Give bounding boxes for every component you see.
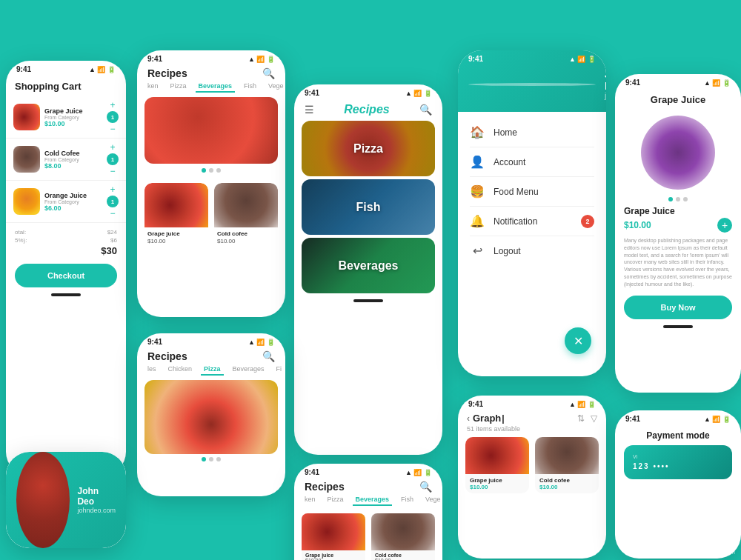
category-fish[interactable]: Fish xyxy=(302,179,435,235)
filter-icon[interactable]: ▽ xyxy=(591,413,597,424)
menu-item-account[interactable]: 👤 Account xyxy=(458,147,606,176)
search-icon[interactable]: 🔍 xyxy=(419,104,432,116)
recipes-title: Recipes xyxy=(147,350,187,362)
menu-items: 🏠 Home 👤 Account 🍔 Food Menu 🔔 Notificat… xyxy=(458,112,606,271)
food-card[interactable]: Cold cofee $10.00 xyxy=(214,183,278,247)
food-card-image xyxy=(465,437,529,474)
increase-btn[interactable]: + xyxy=(110,101,115,110)
tab-vege[interactable]: Vege xyxy=(265,81,285,93)
bev-card[interactable]: Grape juice $10.00 xyxy=(302,513,365,560)
food-card-name: Grape juice xyxy=(470,477,525,484)
tab-les[interactable]: les xyxy=(144,364,159,376)
status-icons: ▲ 📶 🔋 xyxy=(248,56,275,63)
profile-name: John Deo xyxy=(605,68,606,92)
profile-section-small: John Deo johndeo.com xyxy=(6,452,126,548)
menu-item-notification[interactable]: 🔔 Notification 2 xyxy=(458,207,606,236)
profile-name-small: John Deo xyxy=(77,486,116,507)
decrease-btn[interactable]: − xyxy=(110,124,115,133)
tab-beverages[interactable]: Beverages xyxy=(196,81,236,93)
category-beverages[interactable]: Beverages xyxy=(302,238,435,293)
bev-card-name: Grape juice xyxy=(305,553,362,558)
detail-dots xyxy=(615,197,741,201)
graph-actions: ⇅ ▽ xyxy=(577,413,597,424)
category-label: Pizza xyxy=(353,142,383,156)
menu-item-label: Logout xyxy=(494,246,521,256)
food-card-image xyxy=(144,183,208,227)
tab-fish[interactable]: Fish xyxy=(398,494,416,506)
phone-detail: 9:41 ▲ 📶 🔋 Grape Juice Grape Juice $10.0… xyxy=(615,74,741,393)
status-icons: ▲ 📶 🔋 xyxy=(569,401,596,408)
tab-fish[interactable]: Fish xyxy=(241,81,259,93)
tab-chicken[interactable]: Chicken xyxy=(165,364,196,376)
menu-item-logout[interactable]: ↩ Logout xyxy=(458,236,606,265)
hero-dots xyxy=(137,457,285,461)
category-tabs: ken Pizza Beverages Fish Vege xyxy=(294,494,442,510)
hamburger-icon[interactable]: ☰ xyxy=(305,104,314,116)
tab-pizza[interactable]: Pizza xyxy=(167,81,190,93)
back-arrow-icon[interactable]: ‹ xyxy=(467,413,470,424)
status-bar: 9:41 ▲ 📶 🔋 xyxy=(137,50,285,64)
tab-vege[interactable]: Vege xyxy=(422,494,442,506)
phone-beverages-bottom: 9:41 ▲ 📶 🔋 Recipes 🔍 ken Pizza Beverages… xyxy=(294,464,442,560)
detail-product-image xyxy=(641,116,715,190)
tab-beverages[interactable]: Beverages xyxy=(353,494,393,506)
search-icon[interactable]: 🔍 xyxy=(262,350,275,362)
profile-email: johndeo.com xyxy=(605,92,606,100)
phone-graph: 9:41 ▲ 📶 🔋 ‹ Graph | ⇅ ▽ 51 items availa… xyxy=(458,396,606,559)
dot-3 xyxy=(216,457,221,461)
cart-item-image xyxy=(13,104,40,130)
category-tabs: ken Pizza Beverages Fish Vege xyxy=(137,81,285,97)
food-card[interactable]: Grape juice $10.00 xyxy=(465,437,529,493)
status-bar: 9:41 ▲ 📶 🔋 xyxy=(615,74,741,88)
dot-2 xyxy=(209,457,213,461)
tab-beverages[interactable]: Beverages xyxy=(230,364,268,376)
checkout-button[interactable]: Checkout xyxy=(15,264,117,287)
food-card[interactable]: Grape juice $10.00 xyxy=(144,183,208,247)
food-card-body: Grape juice $10.00 xyxy=(465,474,529,493)
profile-avatar xyxy=(468,83,596,86)
increase-btn[interactable]: + xyxy=(110,143,115,152)
tab-fi[interactable]: Fi xyxy=(273,364,285,376)
food-card[interactable]: Cold cofee $10.00 xyxy=(535,437,599,493)
graph-subtitle: 51 items available xyxy=(458,425,606,437)
payment-title: Payment mode xyxy=(615,424,741,445)
menu-item-food-menu[interactable]: 🍔 Food Menu xyxy=(458,177,606,206)
category-label: Fish xyxy=(356,201,381,214)
food-cards: Grape juice $10.00 Cold cofee $10.00 xyxy=(458,437,606,499)
decrease-btn[interactable]: − xyxy=(110,209,115,218)
category-tabs: les Chicken Pizza Beverages Fi xyxy=(137,364,285,380)
logout-icon: ↩ xyxy=(470,244,485,258)
phone-payment: 9:41 ▲ 📶 🔋 Payment mode Vi 123 •••• xyxy=(615,410,741,559)
sort-icon[interactable]: ⇅ xyxy=(577,413,585,424)
menu-item-home[interactable]: 🏠 Home xyxy=(458,118,606,147)
status-icons: ▲ 📶 🔋 xyxy=(569,56,596,63)
payment-card: Vi 123 •••• xyxy=(624,445,732,479)
food-card-image xyxy=(214,183,278,227)
increase-btn[interactable]: + xyxy=(110,185,115,194)
profile-info-small: John Deo johndeo.com xyxy=(77,486,116,514)
tab-pizza[interactable]: Pizza xyxy=(325,494,347,506)
dot-1 xyxy=(668,197,673,201)
top-bar: ☰ Recipes 🔍 xyxy=(294,99,442,121)
status-bar: 9:41 ▲ 📶 🔋 xyxy=(458,396,606,410)
qty-badge: 1 xyxy=(107,153,119,165)
buy-now-button[interactable]: Buy Now xyxy=(624,296,732,319)
search-icon[interactable]: 🔍 xyxy=(262,67,275,79)
food-card-price: $10.00 xyxy=(214,238,278,247)
tab-chicken[interactable]: ken xyxy=(144,81,162,93)
tab-ken[interactable]: ken xyxy=(302,494,319,506)
status-icons: ▲ 📶 🔋 xyxy=(405,469,432,476)
bev-card[interactable]: Cold cofee $10.00 xyxy=(371,513,435,560)
profile-email-small: johndeo.com xyxy=(77,507,116,514)
home-indicator xyxy=(51,293,81,296)
add-to-cart-button[interactable]: + xyxy=(717,218,732,233)
close-fab-button[interactable]: ✕ xyxy=(565,327,591,354)
tab-pizza[interactable]: Pizza xyxy=(201,364,224,376)
bev-card-body: Grape juice $10.00 xyxy=(302,550,365,560)
decrease-btn[interactable]: − xyxy=(110,167,115,176)
dot-1 xyxy=(202,168,206,173)
status-bar: 9:41 ▲ 📶 🔋 xyxy=(615,410,741,424)
search-icon[interactable]: 🔍 xyxy=(419,481,432,493)
category-pizza[interactable]: Pizza xyxy=(302,121,435,176)
phone-center-recipes: 9:41 ▲ 📶 🔋 ☰ Recipes 🔍 Pizza Fish Bevera… xyxy=(294,84,442,455)
